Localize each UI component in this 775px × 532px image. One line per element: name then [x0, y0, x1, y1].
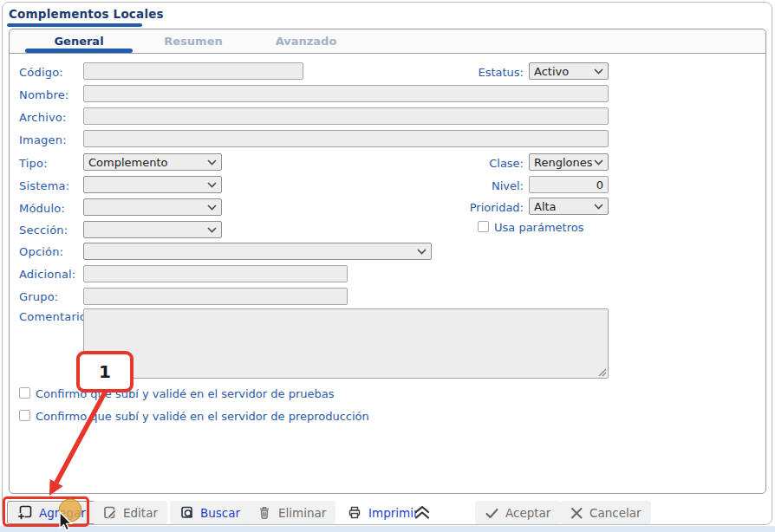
nivel-label: Nivel:	[437, 179, 524, 192]
codigo-input[interactable]	[83, 62, 303, 80]
opcion-label: Opción:	[19, 245, 63, 258]
grupo-input[interactable]	[83, 288, 348, 305]
edit-icon	[102, 505, 117, 520]
tipo-select-value: Complemento	[88, 156, 168, 169]
add-icon	[17, 504, 33, 521]
modulo-label: Módulo:	[19, 202, 65, 215]
adicional-input[interactable]	[83, 265, 348, 282]
archivo-input[interactable]	[83, 107, 609, 125]
editar-button-label: Editar	[123, 506, 158, 520]
cancelar-button-label: Cancelar	[589, 506, 641, 520]
prioridad-label: Prioridad:	[437, 201, 524, 214]
eliminar-button[interactable]: Eliminar	[247, 501, 335, 524]
aceptar-button[interactable]: Aceptar	[475, 501, 560, 524]
check-icon	[485, 506, 499, 520]
estatus-select[interactable]: Activo	[529, 62, 609, 80]
tipo-select[interactable]: Complemento	[83, 153, 222, 171]
editar-button[interactable]: Editar	[93, 501, 167, 524]
comentario-label: Comentario:	[19, 310, 91, 323]
window-title: Complementos Locales	[9, 7, 164, 21]
seccion-label: Sección:	[19, 224, 68, 237]
seccion-select[interactable]	[83, 221, 222, 238]
chevrons-up-icon	[413, 503, 432, 521]
sistema-select[interactable]	[83, 176, 222, 193]
confirm-preproduccion-checkbox[interactable]	[19, 410, 30, 421]
close-icon	[570, 506, 583, 520]
opcion-select[interactable]	[83, 243, 432, 260]
confirm-preproduccion-label: Confirmo que subí y validé en el servido…	[36, 410, 369, 423]
estatus-label: Estatus:	[437, 66, 524, 79]
clase-select[interactable]: Renglones	[529, 153, 609, 171]
eliminar-button-label: Eliminar	[278, 506, 326, 520]
adicional-label: Adicional:	[19, 268, 75, 281]
trash-icon	[257, 505, 272, 520]
grupo-label: Grupo:	[19, 290, 58, 303]
confirm-pruebas-checkbox[interactable]	[19, 387, 30, 399]
tipo-label: Tipo:	[19, 157, 48, 170]
clase-label: Clase:	[437, 157, 524, 170]
buscar-button-label: Buscar	[200, 506, 240, 520]
complementos-locales-window: Complementos Locales General Resumen Ava…	[0, 0, 775, 532]
usa-parametros-label: Usa parámetros	[494, 221, 583, 234]
chevron-down-icon	[207, 204, 217, 211]
nivel-input[interactable]	[529, 176, 609, 193]
buscar-button[interactable]: Buscar	[170, 501, 250, 524]
tab-resumen[interactable]: Resumen	[142, 35, 244, 52]
sistema-label: Sistema:	[19, 179, 69, 192]
nombre-label: Nombre:	[19, 88, 68, 101]
active-tab-underline	[25, 49, 133, 53]
resize-grip-icon[interactable]	[597, 367, 608, 378]
chevron-down-icon	[417, 249, 427, 255]
prioridad-select[interactable]: Alta	[529, 198, 609, 215]
agregar-button-label: Agregar	[39, 506, 86, 520]
chevron-down-icon	[594, 159, 603, 165]
title-underline	[7, 23, 142, 27]
imagen-label: Imagen:	[19, 133, 67, 146]
printer-icon	[347, 505, 362, 520]
chevron-down-icon	[207, 227, 217, 233]
aceptar-button-label: Aceptar	[505, 506, 550, 520]
collapse-toolbar-button[interactable]	[413, 503, 432, 523]
imagen-input[interactable]	[83, 130, 609, 147]
tab-strip: General Resumen Avanzado	[10, 29, 765, 54]
clase-select-value: Renglones	[534, 156, 593, 169]
codigo-label: Código:	[19, 66, 63, 79]
step-number-badge: 1	[76, 351, 134, 393]
usa-parametros-checkbox[interactable]	[478, 221, 489, 232]
chevron-down-icon	[594, 204, 603, 210]
agregar-button[interactable]: Agregar	[7, 501, 96, 524]
search-icon	[179, 505, 194, 520]
chevron-down-icon	[207, 182, 217, 188]
archivo-label: Archivo:	[19, 111, 67, 124]
tab-avanzado[interactable]: Avanzado	[255, 35, 357, 52]
imprimir-button-label: Imprimir	[368, 506, 418, 520]
nombre-input[interactable]	[83, 85, 609, 102]
comentario-textarea[interactable]	[83, 308, 609, 379]
estatus-select-value: Activo	[534, 65, 569, 78]
cancelar-button[interactable]: Cancelar	[560, 501, 651, 524]
chevron-down-icon	[207, 159, 217, 165]
modulo-select[interactable]	[83, 198, 222, 216]
bottom-strip	[0, 526, 775, 532]
prioridad-select-value: Alta	[534, 200, 557, 213]
chevron-down-icon	[594, 68, 603, 75]
